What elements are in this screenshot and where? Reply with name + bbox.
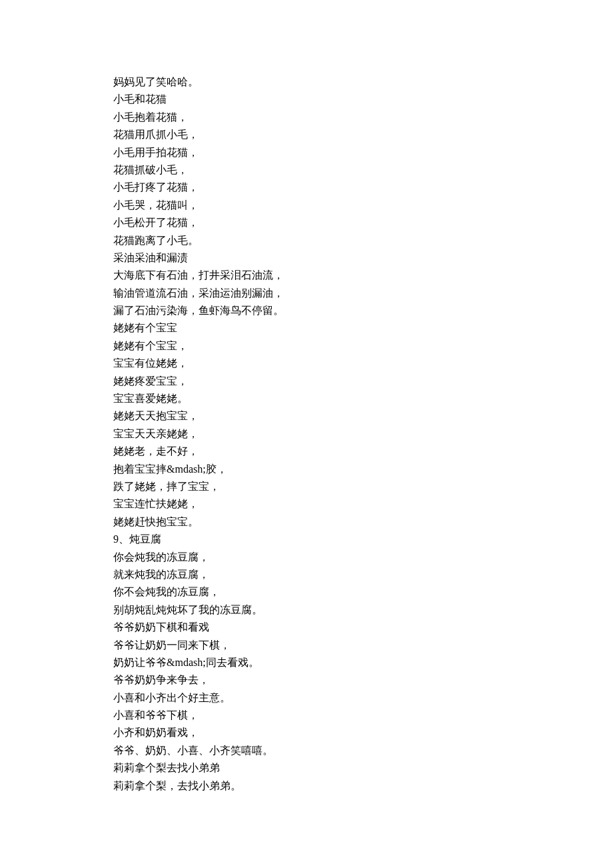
text-line: 莉莉拿个梨，去找小弟弟。 xyxy=(113,777,500,795)
text-line: 小毛哭，花猫叫， xyxy=(113,197,500,214)
text-line: 小毛抱着花猫， xyxy=(113,109,500,126)
text-line: 姥姥疼爱宝宝， xyxy=(113,373,500,390)
text-line: 姥姥赶快抱宝宝。 xyxy=(113,513,500,531)
text-line: 小喜和爷爷下棋， xyxy=(113,707,500,724)
text-line: 爷爷奶奶下棋和看戏 xyxy=(113,619,500,636)
text-line: 宝宝连忙扶姥姥， xyxy=(113,495,500,513)
text-line: 小毛用手拍花猫， xyxy=(113,144,500,161)
text-line: 花猫抓破小毛， xyxy=(113,161,500,179)
text-line: 小毛打疼了花猫， xyxy=(113,179,500,196)
text-line: 姥姥天天抱宝宝， xyxy=(113,407,500,425)
text-line: 你不会炖我的冻豆腐， xyxy=(113,583,500,601)
text-line: 爷爷让奶奶一同来下棋， xyxy=(113,637,500,654)
text-line: 9、炖豆腐 xyxy=(113,531,500,548)
text-line: 输油管道流石油，采油运油别漏油， xyxy=(113,285,500,302)
text-line: 跌了姥姥，摔了宝宝， xyxy=(113,478,500,495)
text-line: 小喜和小齐出个好主意。 xyxy=(113,689,500,707)
text-line: 爷爷奶奶争来争去， xyxy=(113,671,500,689)
text-line: 小毛松开了花猫， xyxy=(113,214,500,231)
text-line: 漏了石油污染海，鱼虾海鸟不停留。 xyxy=(113,302,500,319)
text-line: 花猫跑离了小毛。 xyxy=(113,232,500,249)
text-line: 采油采油和漏渍 xyxy=(113,249,500,267)
text-line: 爷爷、奶奶、小喜、小齐笑嘻嘻。 xyxy=(113,742,500,759)
text-line: 宝宝天天亲姥姥， xyxy=(113,425,500,443)
text-line: 小齐和奶奶看戏， xyxy=(113,724,500,741)
text-line: 别胡炖乱炖炖坏了我的冻豆腐。 xyxy=(113,601,500,619)
text-line: 姥姥有个宝宝 xyxy=(113,319,500,337)
text-line: 宝宝有位姥姥， xyxy=(113,355,500,372)
text-line: 就来炖我的冻豆腐， xyxy=(113,566,500,583)
text-line: 小毛和花猫 xyxy=(113,91,500,108)
text-line: 花猫用爪抓小毛， xyxy=(113,126,500,143)
text-line: 大海底下有石油，打井采泪石油流， xyxy=(113,267,500,284)
text-line: 宝宝喜爱姥姥。 xyxy=(113,390,500,407)
text-line: 妈妈见了笑哈哈。 xyxy=(113,73,500,91)
text-line: 姥姥有个宝宝， xyxy=(113,337,500,355)
text-line: 姥姥老，走不好， xyxy=(113,443,500,460)
text-line: 你会炖我的冻豆腐， xyxy=(113,549,500,566)
document-page: 妈妈见了笑哈哈。小毛和花猫小毛抱着花猫，花猫用爪抓小毛，小毛用手拍花猫，花猫抓破… xyxy=(0,0,500,795)
text-line: 莉莉拿个梨去找小弟弟 xyxy=(113,759,500,777)
text-line: 奶奶让爷爷&mdash;同去看戏。 xyxy=(113,654,500,671)
text-line: 抱着宝宝摔&mdash;胶， xyxy=(113,461,500,478)
